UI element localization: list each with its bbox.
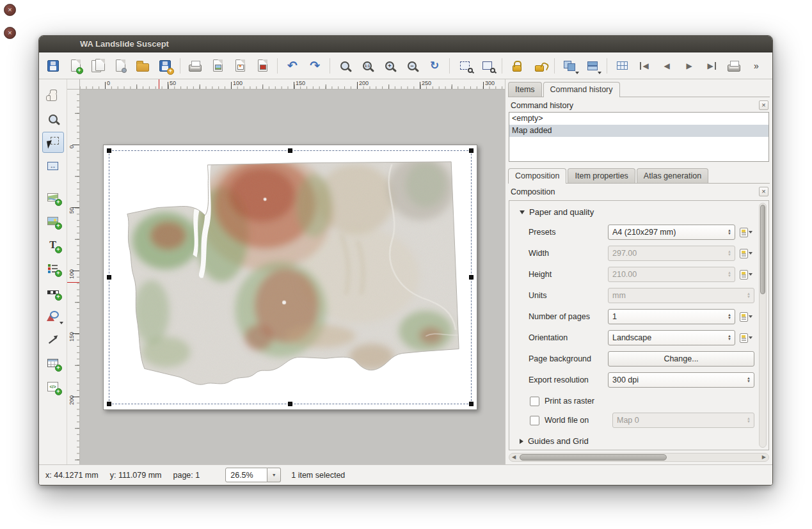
atlas-next-feature-button[interactable]: ▶ <box>679 56 699 76</box>
duplicate-composer-button[interactable] <box>88 56 108 76</box>
scroll-left-arrow-icon[interactable]: ◀ <box>512 455 516 460</box>
composer-manager-button[interactable] <box>110 56 131 76</box>
raise-lower-items-button[interactable] <box>582 56 602 76</box>
spinner-arrows-icon[interactable] <box>726 335 733 341</box>
resize-handle[interactable] <box>469 275 474 280</box>
zoom-region-button[interactable] <box>477 56 497 76</box>
undo-button[interactable]: ↶ <box>282 56 303 76</box>
tab-item-properties[interactable]: Item properties <box>568 168 635 183</box>
zoom-level-combo[interactable]: 26.5% ▼ <box>225 468 281 482</box>
tab-command-history[interactable]: Command history <box>543 82 620 97</box>
save-project-button[interactable] <box>43 56 63 76</box>
resize-handle[interactable] <box>469 148 474 153</box>
orientation-combo[interactable]: Landscape <box>608 330 735 345</box>
zoom-out-button[interactable]: − <box>402 56 422 76</box>
map-item-selection[interactable] <box>109 150 472 404</box>
load-template-button[interactable] <box>132 56 153 76</box>
add-legend-button[interactable] <box>42 258 64 279</box>
horizontal-scrollbar[interactable]: ◀ ▶ <box>509 453 769 462</box>
add-scalebar-button[interactable] <box>42 281 64 303</box>
tab-items[interactable]: Items <box>508 82 542 97</box>
zoom-selection-button[interactable] <box>454 56 475 76</box>
list-item[interactable]: <empty> <box>509 113 768 125</box>
scroll-right-arrow-icon[interactable]: ▶ <box>762 455 766 460</box>
add-html-frame-button[interactable]: </> <box>42 376 64 397</box>
pan-tool-button[interactable] <box>42 84 64 106</box>
spinner-arrows-icon[interactable] <box>726 313 733 320</box>
composer-page[interactable] <box>103 145 477 410</box>
spinner-arrows-icon[interactable] <box>745 377 752 383</box>
refresh-view-button[interactable]: ↻ <box>424 56 445 76</box>
tab-atlas-generation[interactable]: Atlas generation <box>637 168 708 183</box>
resize-handle[interactable] <box>469 402 474 406</box>
resize-handle[interactable] <box>288 148 292 153</box>
export-svg-button[interactable] <box>230 56 250 76</box>
add-basic-shape-button[interactable] <box>42 305 64 326</box>
world-file-map-combo[interactable]: Map 0 <box>612 413 754 428</box>
width-spinbox[interactable]: 297.00 <box>608 246 735 261</box>
print-as-raster-checkbox[interactable] <box>530 397 539 406</box>
atlas-previous-feature-button[interactable]: ◀ <box>657 56 677 76</box>
group-items-button[interactable] <box>559 56 580 76</box>
add-new-map-button[interactable] <box>42 187 64 208</box>
atlas-first-feature-button[interactable]: ◀ <box>634 56 655 76</box>
move-item-content-button[interactable]: ↔ <box>42 155 64 177</box>
pages-spinbox[interactable]: 1 <box>608 309 735 324</box>
background-window-button[interactable]: × <box>4 27 16 39</box>
world-file-checkbox[interactable] <box>530 416 539 425</box>
export-pdf-button[interactable] <box>252 56 273 76</box>
resize-handle[interactable] <box>107 148 111 153</box>
export-resolution-spinbox[interactable]: 300 dpi <box>608 372 754 388</box>
data-defined-override-button[interactable] <box>738 228 754 237</box>
atlas-settings-button[interactable] <box>612 56 632 76</box>
print-atlas-button[interactable] <box>724 56 744 76</box>
list-item[interactable]: Map added <box>509 125 768 137</box>
background-close-button[interactable]: × <box>4 4 16 16</box>
new-composer-button[interactable] <box>65 56 86 76</box>
close-panel-button[interactable]: × <box>759 100 768 110</box>
paper-quality-section-header[interactable]: Paper and quality <box>520 207 754 217</box>
resize-handle[interactable] <box>107 402 111 406</box>
zoom-in-button[interactable]: + <box>379 56 400 76</box>
scrollbar-thumb[interactable] <box>520 454 667 461</box>
tab-composition[interactable]: Composition <box>508 168 566 184</box>
close-panel-button[interactable]: × <box>759 187 768 196</box>
height-spinbox[interactable]: 210.00 <box>608 267 735 282</box>
spinner-arrows-icon[interactable] <box>726 229 733 235</box>
data-defined-override-button[interactable] <box>738 249 754 258</box>
composition-canvas[interactable] <box>80 90 505 464</box>
resize-handle[interactable] <box>288 402 292 406</box>
command-history-list[interactable]: <empty> Map added <box>509 112 769 162</box>
data-defined-override-button[interactable] <box>738 333 754 343</box>
add-new-label-button[interactable]: T <box>42 234 64 255</box>
zoom-tool-button[interactable] <box>42 108 64 129</box>
ruler-label: 100 <box>233 80 243 86</box>
data-defined-override-button[interactable] <box>738 312 754 322</box>
vertical-scrollbar[interactable] <box>759 203 767 448</box>
add-attribute-table-button[interactable] <box>42 352 64 374</box>
unlock-all-items-button[interactable] <box>529 56 550 76</box>
save-template-button[interactable] <box>155 56 175 76</box>
titlebar[interactable]: WA Landslide Suscept <box>39 36 772 52</box>
zoom-dropdown-button[interactable]: ▼ <box>267 468 281 482</box>
change-background-button[interactable]: Change... <box>608 351 754 367</box>
scrollbar-thumb[interactable] <box>760 205 765 294</box>
export-image-button[interactable] <box>207 56 228 76</box>
units-combo[interactable]: mm <box>608 288 754 303</box>
svg-star-icon <box>237 65 244 70</box>
add-image-button[interactable] <box>42 210 64 232</box>
zoom-one-to-one-button[interactable]: 1:1 <box>357 56 378 76</box>
resize-handle[interactable] <box>107 275 111 280</box>
toolbar-overflow-button[interactable]: » <box>746 56 767 76</box>
lock-selected-items-button[interactable] <box>507 56 527 76</box>
zoom-level-value[interactable]: 26.5% <box>225 468 267 482</box>
guides-grid-section-header[interactable]: Guides and Grid <box>520 436 754 446</box>
zoom-full-button[interactable] <box>335 56 355 76</box>
presets-combo[interactable]: A4 (210x297 mm) <box>608 225 735 240</box>
select-move-item-button[interactable] <box>42 132 64 153</box>
print-composer-button[interactable] <box>185 56 205 76</box>
add-arrow-button[interactable] <box>42 329 64 350</box>
redo-button[interactable]: ↷ <box>305 56 325 76</box>
data-defined-override-button[interactable] <box>738 270 754 280</box>
atlas-last-feature-button[interactable]: ▶ <box>701 56 722 76</box>
